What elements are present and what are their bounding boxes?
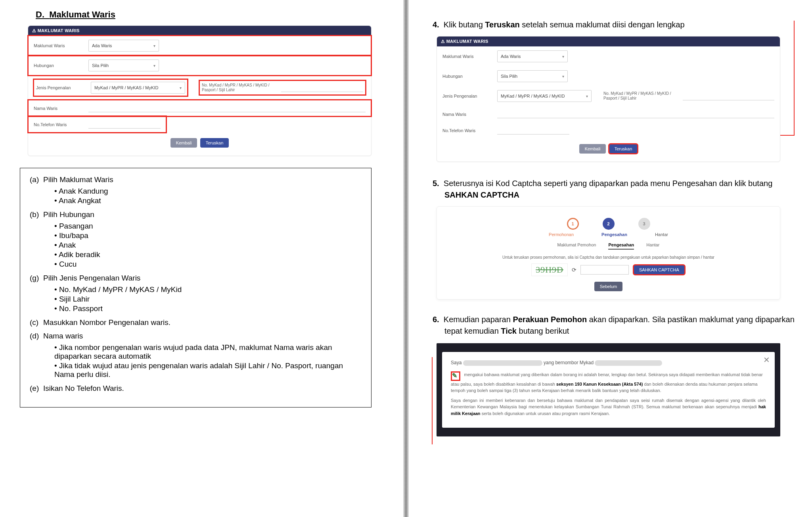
label-hubungan: Hubungan bbox=[34, 63, 81, 68]
next-button[interactable]: Teruskan bbox=[200, 138, 229, 148]
instr-d1: Jika nombor pengenalan waris wujud pada … bbox=[54, 343, 362, 361]
instr-e: (e)Isikan No Telefon Waris. bbox=[30, 384, 362, 393]
check-icon: ✎ bbox=[452, 372, 457, 379]
r-select-jenis[interactable]: MyKad / MyPR / MyKAS / MyKID bbox=[497, 90, 592, 102]
instr-b: (b)Pilih Hubungan Pasangan Ibu/bapa Anak… bbox=[30, 210, 362, 269]
instr-d: (d)Nama waris Jika nombor pengenalan war… bbox=[30, 332, 362, 379]
row-hubungan: Hubungan Sila Pilih bbox=[28, 56, 371, 75]
input-tel[interactable] bbox=[88, 120, 161, 129]
close-icon[interactable]: ✕ bbox=[763, 355, 770, 365]
label-tel: No.Telefon Waris bbox=[34, 122, 81, 127]
input-idno[interactable] bbox=[281, 84, 363, 92]
section-heading: D. Maklumat Waris bbox=[36, 10, 387, 20]
instr-g2: Sijil Lahir bbox=[54, 294, 362, 304]
select-hubungan[interactable]: Sila Pilih bbox=[88, 60, 159, 71]
sahkan-captcha-button[interactable]: SAHKAN CAPTCHA bbox=[634, 265, 685, 275]
instr-d2: Jika tidak wujud atau jenis pengenalan w… bbox=[54, 361, 362, 379]
back-button[interactable]: Kembali bbox=[170, 138, 197, 148]
captcha-note: Untuk teruskan proses permohonan, sila i… bbox=[445, 253, 772, 263]
declaration-wrapper: ✕ Saya yang bernombor Mykad ✎ mengakui b… bbox=[437, 343, 780, 436]
step-dot-3: 3 bbox=[638, 218, 650, 230]
r-row-jenis: Jenis Pengenalan MyKad / MyPR / MyKAS / … bbox=[437, 86, 780, 106]
r-select-hub[interactable]: Sila Pilih bbox=[497, 70, 568, 82]
r-select-mw[interactable]: Ada Waris bbox=[497, 50, 568, 62]
declaration-modal: ✕ Saya yang bernombor Mykad ✎ mengakui b… bbox=[442, 352, 775, 428]
card-header: ⚠ MAKLUMAT WARIS bbox=[28, 26, 371, 36]
label-idno: No. MyKad / MyPR / MyKAS / MyKID / Paspo… bbox=[202, 83, 277, 92]
name-pill bbox=[463, 360, 542, 366]
r-row-nama: Nama Waris bbox=[437, 106, 780, 122]
decl-line1: Saya yang bernombor Mykad bbox=[451, 360, 766, 366]
ic-pill bbox=[595, 360, 662, 366]
instruction-box: (a)Pilih Maklumat Waris Anak Kandung Ana… bbox=[20, 168, 372, 407]
row-nama: Nama Waris bbox=[28, 100, 371, 116]
instr-c: (c)Masukkan Nombor Pengenalan waris. bbox=[30, 318, 362, 327]
page-divider bbox=[403, 0, 409, 517]
step-dot-2: 2 bbox=[603, 218, 615, 230]
instr-g: (g)Pilih Jenis Pengenalan Waris No. MyKa… bbox=[30, 274, 362, 313]
arrow-vline-1 bbox=[794, 21, 795, 136]
r-button-row: Kembali Teruskan bbox=[437, 138, 780, 161]
r-row-hub: Hubungan Sila Pilih bbox=[437, 66, 780, 86]
waris-form-right: ⚠ MAKLUMAT WARIS Maklumat Waris Ada Wari… bbox=[437, 36, 780, 162]
instr-b5: Cucu bbox=[54, 259, 362, 269]
instr-a: (a)Pilih Maklumat Waris Anak Kandung Ana… bbox=[30, 175, 362, 206]
card-header-right: ⚠ MAKLUMAT WARIS bbox=[437, 37, 780, 46]
step-5-heading: 5. Seterusnya isi Kod Captcha seperti ya… bbox=[425, 178, 796, 201]
instr-b4: Adik beradik bbox=[54, 250, 362, 259]
refresh-icon[interactable]: ⟳ bbox=[572, 267, 576, 273]
decl-body: ✎ mengakui bahawa maklumat yang diberika… bbox=[451, 371, 766, 417]
captcha-card: 1 2 3 Permohonan Pengesahan Hantar Maklu… bbox=[437, 206, 780, 300]
label-maklumat-waris: Maklumat Waris bbox=[34, 43, 81, 48]
select-maklumat-waris[interactable]: Ada Waris bbox=[88, 40, 159, 52]
arrow-vline-2 bbox=[432, 357, 433, 444]
r-input-nama[interactable] bbox=[497, 110, 774, 118]
row-maklumat-waris: Maklumat Waris Ada Waris bbox=[28, 36, 371, 56]
label-nama: Nama Waris bbox=[34, 106, 81, 111]
row-tel: No.Telefon Waris bbox=[28, 116, 166, 133]
r-back-button[interactable]: Kembali bbox=[579, 144, 606, 154]
captcha-image: 39H9D bbox=[531, 263, 568, 276]
instr-a2: Anak Angkat bbox=[54, 196, 362, 206]
right-column: 4. Klik butang Teruskan setelah semua ma… bbox=[409, 0, 812, 517]
left-column: D. Maklumat Waris ⚠ MAKLUMAT WARIS Maklu… bbox=[0, 0, 403, 517]
label-jenis: Jenis Pengenalan bbox=[36, 85, 84, 90]
progress-stepper: 1 2 3 bbox=[445, 211, 772, 232]
instr-g1: No. MyKad / MyPR / MyKAS / MyKid bbox=[54, 285, 362, 294]
button-row-left: Kembali Teruskan bbox=[28, 133, 371, 156]
instr-b1: Pasangan bbox=[54, 221, 362, 231]
r-row-mw: Maklumat Waris Ada Waris bbox=[437, 46, 780, 66]
tab-pengesahan[interactable]: Pengesahan bbox=[608, 242, 634, 250]
instr-g3: No. Passport bbox=[54, 304, 362, 313]
r-row-tel: No.Telefon Waris bbox=[437, 122, 575, 138]
sebelum-button[interactable]: Sebelum bbox=[594, 282, 622, 291]
step-4-heading: 4. Klik butang Teruskan setelah semua ma… bbox=[425, 19, 796, 31]
captcha-input[interactable] bbox=[580, 265, 629, 275]
step-6-heading: 6. Kemudian paparan Perakuan Pemohon aka… bbox=[425, 314, 796, 337]
form-tabs: Maklumat Pemohon Pengesahan Hantar bbox=[445, 237, 772, 253]
instr-b3: Anak bbox=[54, 240, 362, 250]
step-labels: Permohonan Pengesahan Hantar bbox=[445, 232, 772, 237]
instr-a1: Anak Kandung bbox=[54, 186, 362, 196]
select-jenis[interactable]: MyKad / MyPR / MyKAS / MyKID bbox=[91, 82, 185, 94]
step-dot-1: 1 bbox=[567, 218, 579, 230]
r-input-idno[interactable] bbox=[683, 92, 774, 100]
declaration-checkbox[interactable]: ✎ bbox=[451, 371, 460, 381]
tab-hantar[interactable]: Hantar bbox=[646, 242, 659, 247]
input-nama[interactable] bbox=[88, 104, 366, 112]
r-next-button[interactable]: Teruskan bbox=[609, 144, 638, 154]
sebelum-row: Sebelum bbox=[445, 282, 772, 291]
captcha-row: 39H9D ⟳ SAHKAN CAPTCHA bbox=[445, 263, 772, 276]
waris-form-left: ⚠ MAKLUMAT WARIS Maklumat Waris Ada Wari… bbox=[28, 25, 372, 156]
tab-maklumat[interactable]: Maklumat Pemohon bbox=[557, 242, 596, 247]
r-input-tel[interactable] bbox=[497, 126, 569, 135]
instr-b2: Ibu/bapa bbox=[54, 231, 362, 240]
row-jenis: Jenis Pengenalan MyKad / MyPR / MyKAS / … bbox=[28, 75, 371, 100]
